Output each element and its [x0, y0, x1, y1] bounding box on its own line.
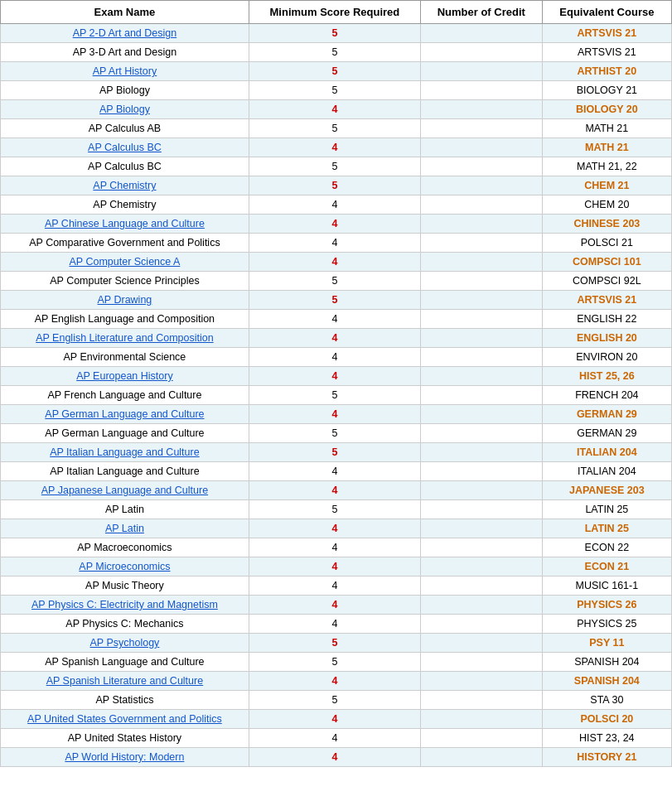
exam-name-cell: AP Comparative Government and Politics	[1, 234, 249, 253]
exam-name-cell: AP Drawing	[1, 291, 249, 310]
table-row: AP Computer Science Principles5COMPSCI 9…	[1, 272, 672, 291]
table-row: AP Spanish Language and Culture5SPANISH …	[1, 653, 672, 672]
min-score-cell: 4	[249, 538, 420, 557]
col-header-min-score: Minimum Score Required	[249, 1, 420, 24]
min-score-cell: 4	[249, 710, 420, 729]
exam-name-cell: AP 2-D Art and Design	[1, 24, 249, 43]
table-row: AP Italian Language and Culture5ITALIAN …	[1, 443, 672, 462]
table-row: AP 2-D Art and Design5ARTSVIS 21	[1, 24, 672, 43]
table-row: AP Physics C: Electricity and Magnetism4…	[1, 596, 672, 615]
table-row: AP European History4HIST 25, 26	[1, 367, 672, 386]
table-row: AP Statistics5STA 30	[1, 691, 672, 710]
credits-cell	[420, 253, 542, 272]
min-score-cell: 4	[249, 310, 420, 329]
equiv-course-cell: ITALIAN 204	[542, 443, 671, 462]
min-score-cell: 5	[249, 43, 420, 62]
min-score-cell: 4	[249, 329, 420, 348]
credits-cell	[420, 329, 542, 348]
credits-cell	[420, 310, 542, 329]
table-row: AP Calculus BC4MATH 21	[1, 138, 672, 157]
exam-name-cell: AP Italian Language and Culture	[1, 443, 249, 462]
equiv-course-cell: ARTSVIS 21	[542, 43, 671, 62]
credits-cell	[420, 443, 542, 462]
equiv-course-cell: CHINESE 203	[542, 215, 671, 234]
credits-cell	[420, 119, 542, 138]
equiv-course-cell: GERMAN 29	[542, 405, 671, 424]
table-row: AP Chemistry4CHEM 20	[1, 195, 672, 215]
table-row: AP United States Government and Politics…	[1, 710, 672, 729]
equiv-course-cell: ARTSVIS 21	[542, 24, 671, 43]
equiv-course-cell: PSY 11	[542, 634, 671, 653]
credits-cell	[420, 138, 542, 157]
equiv-course-cell: ENGLISH 20	[542, 329, 671, 348]
min-score-cell: 4	[249, 100, 420, 119]
min-score-cell: 4	[249, 729, 420, 748]
table-row: AP English Language and Composition4ENGL…	[1, 310, 672, 329]
credits-cell	[420, 653, 542, 672]
equiv-course-cell: FRENCH 204	[542, 386, 671, 405]
min-score-cell: 4	[249, 253, 420, 272]
equiv-course-cell: ARTSVIS 21	[542, 291, 671, 310]
equiv-course-cell: POLSCI 21	[542, 234, 671, 253]
credits-cell	[420, 62, 542, 81]
table-row: AP Latin5LATIN 25	[1, 500, 672, 519]
min-score-cell: 4	[249, 748, 420, 767]
min-score-cell: 5	[249, 386, 420, 405]
equiv-course-cell: BIOLOGY 21	[542, 81, 671, 100]
table-row: AP Calculus BC5MATH 21, 22	[1, 157, 672, 176]
exam-name-cell: AP English Literature and Composition	[1, 329, 249, 348]
col-header-exam-name: Exam Name	[1, 1, 249, 24]
exam-name-cell: AP Biology	[1, 100, 249, 119]
credits-cell	[420, 424, 542, 443]
table-row: AP Biology5BIOLOGY 21	[1, 81, 672, 100]
equiv-course-cell: CHEM 21	[542, 176, 671, 195]
min-score-cell: 4	[249, 234, 420, 253]
credits-cell	[420, 157, 542, 176]
table-row: AP Spanish Literature and Culture4SPANIS…	[1, 672, 672, 691]
exam-name-cell: AP Biology	[1, 81, 249, 100]
equiv-course-cell: BIOLOGY 20	[542, 100, 671, 119]
credits-cell	[420, 81, 542, 100]
equiv-course-cell: CHEM 20	[542, 195, 671, 215]
credits-cell	[420, 615, 542, 634]
table-row: AP English Literature and Composition4EN…	[1, 329, 672, 348]
table-row: AP Psychology5PSY 11	[1, 634, 672, 653]
table-row: AP Environmental Science4ENVIRON 20	[1, 348, 672, 367]
exam-name-cell: AP Chemistry	[1, 176, 249, 195]
col-header-equiv-course: Equivalent Course	[542, 1, 671, 24]
equiv-course-cell: SPANISH 204	[542, 653, 671, 672]
table-row: AP German Language and Culture5GERMAN 29	[1, 424, 672, 443]
min-score-cell: 4	[249, 672, 420, 691]
exam-name-cell: AP French Language and Culture	[1, 386, 249, 405]
credits-cell	[420, 462, 542, 481]
equiv-course-cell: ENGLISH 22	[542, 310, 671, 329]
min-score-cell: 5	[249, 81, 420, 100]
credits-cell	[420, 596, 542, 615]
equiv-course-cell: PHYSICS 26	[542, 596, 671, 615]
col-header-num-credits: Number of Credit	[420, 1, 542, 24]
equiv-course-cell: MUSIC 161-1	[542, 576, 671, 596]
credits-cell	[420, 100, 542, 119]
exam-name-cell: AP Calculus BC	[1, 157, 249, 176]
min-score-cell: 5	[249, 62, 420, 81]
exam-name-cell: AP Japanese Language and Culture	[1, 481, 249, 500]
min-score-cell: 5	[249, 634, 420, 653]
equiv-course-cell: HIST 25, 26	[542, 367, 671, 386]
credits-cell	[420, 538, 542, 557]
equiv-course-cell: POLSCI 20	[542, 710, 671, 729]
exam-name-cell: AP European History	[1, 367, 249, 386]
credits-cell	[420, 272, 542, 291]
credits-cell	[420, 710, 542, 729]
credits-cell	[420, 234, 542, 253]
exam-name-cell: AP Art History	[1, 62, 249, 81]
min-score-cell: 4	[249, 615, 420, 634]
min-score-cell: 4	[249, 557, 420, 576]
min-score-cell: 4	[249, 367, 420, 386]
equiv-course-cell: ECON 21	[542, 557, 671, 576]
equiv-course-cell: GERMAN 29	[542, 424, 671, 443]
exam-name-cell: AP United States Government and Politics	[1, 710, 249, 729]
min-score-cell: 5	[249, 291, 420, 310]
equiv-course-cell: SPANISH 204	[542, 672, 671, 691]
equiv-course-cell: LATIN 25	[542, 519, 671, 538]
equiv-course-cell: MATH 21	[542, 119, 671, 138]
